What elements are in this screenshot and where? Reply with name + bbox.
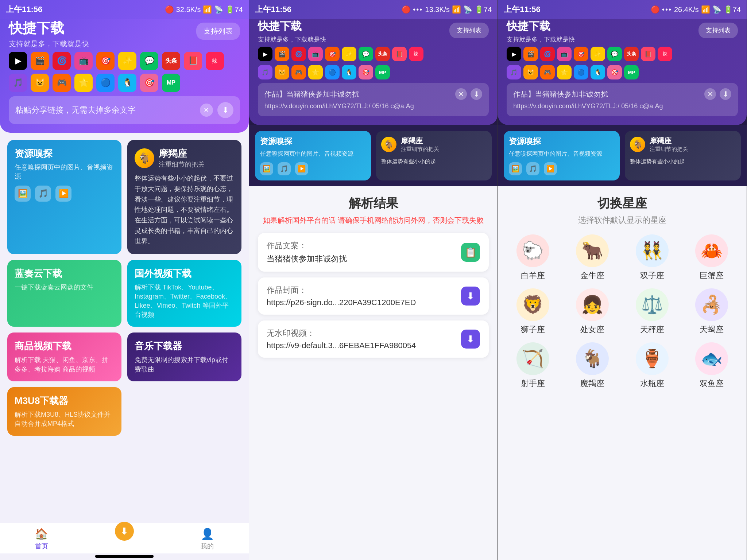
parse-copy-btn[interactable]: 📋 <box>461 243 480 262</box>
icon3-lala[interactable]: 辣 <box>658 47 672 61</box>
zodiac-taurus[interactable]: 🐂 金牛座 <box>566 234 619 281</box>
icon2-lala[interactable]: 辣 <box>409 47 423 61</box>
paste-close-1[interactable]: ✕ <box>200 104 213 117</box>
music-card[interactable]: 音乐下载器 免费无限制的搜索并下载vip或付费歌曲 <box>127 332 241 381</box>
icon-bilibili[interactable]: 📺 <box>74 52 93 70</box>
zodiac-pisces[interactable]: 🐟 双鱼座 <box>686 342 738 389</box>
partial-horoscope[interactable]: 🐐 摩羯座 注重细节的把关 整体运势有些小小的起 <box>376 131 492 180</box>
link-close-3[interactable]: ✕ <box>704 88 716 100</box>
taurus-emoji: 🐂 <box>576 234 609 267</box>
zodiac-libra[interactable]: ⚖️ 天秤座 <box>626 288 678 335</box>
nav-download-1[interactable]: ⬇ <box>83 528 166 551</box>
icon2-pink[interactable]: 🎯 <box>359 65 373 79</box>
zodiac-aquarius[interactable]: 🏺 水瓶座 <box>626 342 678 389</box>
icon2-blue[interactable]: 🔵 <box>325 65 340 79</box>
zodiac-section[interactable]: 切换星座 选择软件默认显示的星座 🐑 白羊座 🐂 金牛座 👯 双子座 🦀 巨蟹座 <box>498 186 747 560</box>
horoscope-card[interactable]: 🐐 摩羯座 注重细节的把关 整体运势有些小小的起伏，不要过于放大问题，要保持乐观… <box>127 140 241 254</box>
zodiac-cancer[interactable]: 🦀 巨蟹座 <box>686 234 738 281</box>
lanyue-card[interactable]: 蓝奏云下载 一键下载蓝奏云网盘的文件 <box>7 260 121 327</box>
icon2-weibo[interactable]: 🌀 <box>291 47 306 61</box>
icon-xigua[interactable]: 🎯 <box>96 52 115 70</box>
partial-horoscope-3[interactable]: 🐐 摩羯座 注重细节的把关 整体运势有些小小的起 <box>625 131 741 180</box>
zodiac-sagittarius[interactable]: 🏹 射手座 <box>507 342 559 389</box>
icon-lala[interactable]: 辣 <box>206 52 224 70</box>
icon2-star[interactable]: ⭐ <box>308 65 323 79</box>
partial-horoscope-info-3: 摩羯座 注重细节的把关 <box>650 136 688 153</box>
icon2-bili[interactable]: 📺 <box>308 47 323 61</box>
icon3-pink[interactable]: 🎯 <box>607 65 622 79</box>
icon-cat[interactable]: 😺 <box>31 74 49 92</box>
icon-weibo[interactable]: 🌀 <box>53 52 71 70</box>
partial-resource[interactable]: 资源嗅探 任意嗅探网页中的图片、音视频资源 🖼️ 🎵 ▶️ <box>255 131 371 180</box>
icon2-qq[interactable]: 🐧 <box>342 65 356 79</box>
icon-blue[interactable]: 🔵 <box>96 74 115 92</box>
zodiac-capricorn[interactable]: 🐐 魔羯座 <box>566 342 619 389</box>
parse-download-cover-btn[interactable]: ⬇ <box>461 287 480 306</box>
icon-game[interactable]: 🎮 <box>53 74 71 92</box>
nav-home-1[interactable]: 🏠 首页 <box>0 528 83 551</box>
icon3-mp[interactable]: MP <box>624 65 639 79</box>
icon2-yellow[interactable]: ✨ <box>342 47 356 61</box>
app-title-1: 快捷下载 <box>9 19 89 38</box>
icon3-tiktok[interactable]: ▶ <box>507 47 521 61</box>
icon3-yellow[interactable]: ✨ <box>591 47 605 61</box>
nav-profile-1[interactable]: 👤 我的 <box>166 528 248 551</box>
product-card[interactable]: 商品视频下载 解析下载 天猫、闲鱼、京东、拼多多、考拉海购 商品的视频 <box>7 332 121 381</box>
icon2-xhs[interactable]: 📕 <box>392 47 407 61</box>
icon3-music[interactable]: 🎵 <box>507 65 521 79</box>
main-scroll-1[interactable]: 资源嗅探 任意嗅探网页中的图片、音视频资源 🖼️ 🎵 ▶️ 🐐 摩羯座 注重细节… <box>0 133 249 523</box>
support-btn-1[interactable]: 支持列表 <box>196 23 240 40</box>
paste-download-1[interactable]: ⬇ <box>217 102 233 118</box>
icon2-cat[interactable]: 😺 <box>275 65 289 79</box>
support-btn-2[interactable]: 支持列表 <box>449 23 489 38</box>
icon-kuaishou[interactable]: 🎬 <box>31 52 49 70</box>
icon3-bili[interactable]: 📺 <box>557 47 572 61</box>
icon3-weibo[interactable]: 🌀 <box>540 47 555 61</box>
icon-tiktok[interactable]: ▶ <box>9 52 27 70</box>
partial-resource-3[interactable]: 资源嗅探 任意嗅探网页中的图片、音视频资源 🖼️ 🎵 ▶️ <box>504 131 620 180</box>
icon3-qq[interactable]: 🐧 <box>591 65 605 79</box>
support-btn-3[interactable]: 支持列表 <box>698 23 738 38</box>
icon3-blue[interactable]: 🔵 <box>574 65 588 79</box>
download-fab[interactable]: ⬇ <box>115 522 134 541</box>
icon3-kuaishou[interactable]: 🎬 <box>523 47 538 61</box>
link-download-2[interactable]: ⬇ <box>471 88 482 100</box>
overseas-card[interactable]: 国外视频下载 解析下载 TikTok、Youtube、Instagram、Twi… <box>127 260 241 327</box>
icon2-tiktok[interactable]: ▶ <box>258 47 272 61</box>
icon-star[interactable]: ⭐ <box>74 74 93 92</box>
icon3-game[interactable]: 🎮 <box>540 65 555 79</box>
resource-card[interactable]: 资源嗅探 任意嗅探网页中的图片、音视频资源 🖼️ 🎵 ▶️ <box>7 140 121 254</box>
icon3-xigua[interactable]: 🎯 <box>574 47 588 61</box>
zodiac-leo[interactable]: 🦁 狮子座 <box>507 288 559 335</box>
zodiac-aries[interactable]: 🐑 白羊座 <box>507 234 559 281</box>
zodiac-virgo[interactable]: 👧 处女座 <box>566 288 619 335</box>
icon2-game[interactable]: 🎮 <box>291 65 306 79</box>
icon2-wx[interactable]: 💬 <box>359 47 373 61</box>
icon-xhs[interactable]: 📕 <box>184 52 202 70</box>
icon2-toutiao[interactable]: 头条 <box>375 47 390 61</box>
icon3-xhs[interactable]: 📕 <box>641 47 655 61</box>
icon2-mp[interactable]: MP <box>375 65 390 79</box>
parse-result-section[interactable]: 解析结果 如果解析国外平台的话 请确保手机网络能访问外网，否则会下载失败 作品文… <box>249 186 498 560</box>
icon2-music[interactable]: 🎵 <box>258 65 272 79</box>
icon3-cat[interactable]: 😺 <box>523 65 538 79</box>
icon-weixin[interactable]: 💬 <box>140 52 158 70</box>
icon-yellow[interactable]: ✨ <box>118 52 136 70</box>
icon2-kuaishou[interactable]: 🎬 <box>275 47 289 61</box>
dots-2: ••• <box>413 5 423 14</box>
icon-mp[interactable]: MP <box>162 74 180 92</box>
parse-download-video-btn[interactable]: ⬇ <box>461 330 480 349</box>
icon-music[interactable]: 🎵 <box>9 74 27 92</box>
link-download-3[interactable]: ⬇ <box>720 88 731 100</box>
icon3-toutiao[interactable]: 头条 <box>624 47 639 61</box>
zodiac-scorpio[interactable]: 🦂 天蝎座 <box>686 288 738 335</box>
link-close-2[interactable]: ✕ <box>455 88 467 100</box>
icon3-wx[interactable]: 💬 <box>607 47 622 61</box>
m3u8-card[interactable]: M3U8下载器 解析下载M3U8、HLS协议文件并自动合并成MP4格式 <box>7 387 121 436</box>
icon-toutiao[interactable]: 头条 <box>162 52 180 70</box>
icon-pink[interactable]: 🎯 <box>140 74 158 92</box>
icon-qq[interactable]: 🐧 <box>118 74 136 92</box>
zodiac-gemini[interactable]: 👯 双子座 <box>626 234 678 281</box>
icon2-xigua[interactable]: 🎯 <box>325 47 340 61</box>
icon3-star[interactable]: ⭐ <box>557 65 572 79</box>
